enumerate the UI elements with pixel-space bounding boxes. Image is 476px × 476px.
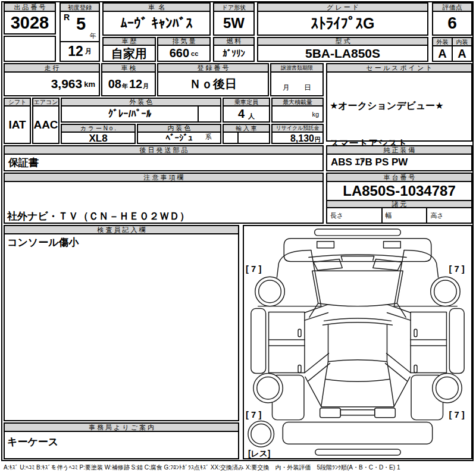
- color-no-cell: カ ラ ー N o . XL8: [61, 124, 136, 144]
- door-shape-value: 5W: [214, 12, 253, 35]
- side-panels-right: [386, 250, 465, 420]
- shift-label: シフト: [5, 99, 30, 107]
- max-load-label: 最大積載量: [273, 99, 322, 107]
- car-diagram-cell: [ 7 ] [ 7 ] [ 7 ] [ 7 ] [レス]: [243, 225, 472, 459]
- car-name-cell: 車 名 ﾑｰｳﾞ ｷｬﾝﾊﾞｽ: [102, 2, 211, 36]
- aircon-cell: エアコン AAC: [32, 98, 60, 144]
- front-bumper-shape: [315, 229, 400, 236]
- rear-window-shape: [325, 362, 390, 382]
- color-no-value: XL8: [62, 133, 134, 145]
- shaken-cell: 車 検 08 年 12 月: [101, 63, 156, 96]
- capacity-unit: 人: [248, 112, 255, 121]
- import-label: 輸 入 車: [224, 125, 269, 133]
- interior-color-cell: 内 装 色 ﾍﾞｰｼﾞｭ 系: [137, 124, 221, 144]
- capacity-label: 乗車定員: [224, 99, 269, 107]
- side-panels-left: [251, 250, 330, 420]
- transfer-deadline-label: 譲渡書類期限: [271, 64, 322, 73]
- genuine-equipment-value: ABS ｴｱB PS PW: [327, 155, 471, 170]
- mileage-unit: km: [84, 80, 95, 89]
- roof-front-edge: [323, 318, 393, 325]
- exterior-color-empty-cell: [198, 107, 220, 121]
- exterior-color-value: ｸﾞﾚｰ/ﾊﾟｰﾙ: [62, 107, 198, 121]
- import-cell: 輸 入 車: [223, 124, 270, 144]
- mileage-cell: 走 行 3,963 km: [4, 63, 100, 96]
- genuine-equipment-label: 純 正 装 備: [327, 146, 471, 155]
- car-name-label: 車 名: [104, 4, 209, 12]
- chassis-cell: 車 台 番 号 LA850S-1034787 諸 元 長さ 幅 高さ: [326, 173, 472, 224]
- fuel-value: ｶﾞｿﾘﾝ: [214, 46, 253, 61]
- registration-number-value: Ｎｏ後日: [158, 73, 268, 95]
- notes-label: 注 意 事 項 欄: [5, 174, 322, 182]
- first-reg-year-value: 5: [76, 14, 86, 34]
- car-history-cell: 車 歴 自家用: [102, 37, 156, 62]
- wheel-mark-rear-right: [ 7 ]: [449, 410, 464, 419]
- office-info-cell: 事 務 局 よ り ご 案 内 キーケース: [4, 422, 239, 459]
- wheel-mark-rear-left: [ 7 ]: [246, 410, 261, 419]
- registration-number-cell: 登 録 番 号 Ｎｏ後日: [157, 63, 269, 96]
- max-load-row: kg: [273, 107, 322, 121]
- height-cell: 高さ: [427, 208, 471, 223]
- first-registration-month-cell: 12 月: [61, 41, 99, 61]
- spare-tire-mark: [レス]: [248, 449, 271, 458]
- shaken-row: 08 年 12 月: [102, 73, 155, 95]
- first-registration-label: 初度登録: [61, 4, 99, 12]
- chassis-label: 車 台 番 号: [327, 174, 471, 182]
- office-info-label: 事 務 局 よ り ご 案 内: [5, 424, 238, 432]
- shaken-month-unit: 月: [143, 82, 149, 90]
- inspector-notes-value: コンソール傷小: [5, 234, 238, 420]
- fuel-cell: 燃 料 ｶﾞｿﾘﾝ: [213, 37, 255, 62]
- exterior-color-cell: 外 装 色 ｸﾞﾚｰ/ﾊﾟｰﾙ: [61, 98, 221, 123]
- exterior-color-label: 外 装 色: [62, 99, 220, 107]
- color-no-label: カ ラ ー N o .: [62, 125, 134, 133]
- exterior-value: A: [433, 46, 452, 61]
- score-label: 評価点: [433, 4, 471, 12]
- wiper-left: [314, 259, 342, 270]
- era-value: R: [64, 12, 70, 22]
- import-value: [239, 133, 269, 143]
- auction-sheet: { "colors": { "header_bg": "#d6d6d6", "l…: [0, 0, 476, 476]
- inspector-notes-cell: 検 査 員 記 入 欄 コンソール傷小: [4, 225, 239, 421]
- first-registration-cell: 初度登録 R 5 年 12 月: [60, 2, 100, 62]
- length-cell: 長さ: [327, 208, 383, 223]
- cowl-center-tab: [341, 256, 374, 261]
- exterior-label: 外装: [433, 38, 452, 46]
- recycle-deposit-row: 8,130 円: [273, 133, 322, 144]
- tail-light-left: [320, 408, 341, 418]
- registration-number-label: 登 録 番 号: [158, 64, 268, 73]
- dimensions-row: 長さ 幅 高さ: [327, 208, 471, 223]
- displacement-value: 660: [170, 46, 189, 60]
- shift-value: IAT: [5, 107, 30, 143]
- max-load-cell: 最大積載量 kg: [271, 98, 324, 123]
- car-history-label: 車 歴: [104, 38, 155, 46]
- notes-cell: 注 意 事 項 欄 社外ナビ・ＴＶ（ＣＮ－ＨＥ０２ＷＤ） パノラマモニター: [4, 173, 324, 224]
- sales-point-item: ★オークションデビュー★: [330, 99, 469, 112]
- wheel-mark-front-left: [ 7 ]: [246, 264, 261, 274]
- score-value: 6: [433, 12, 471, 35]
- recycle-deposit-label: リサイクル預託金: [273, 125, 322, 133]
- transfer-deadline-cell: 譲渡書類期限 月 日: [270, 63, 324, 96]
- later-parts-label: 後 日 発 送 部 品: [5, 146, 322, 155]
- tail-light-right: [375, 408, 396, 418]
- capacity-row: 4 人: [224, 107, 269, 121]
- interior-col: 内装 A: [453, 38, 471, 61]
- car-history-value: 自家用: [104, 46, 155, 62]
- interior-value: A: [453, 46, 471, 61]
- roof-sides: [328, 325, 387, 361]
- door-shape-label: ドア形状: [214, 4, 253, 12]
- license-garnish: [340, 410, 374, 415]
- mileage-value: 3,963: [51, 77, 83, 91]
- import-row: [224, 133, 269, 143]
- sales-points-label: セ ー ル ス ポ イ ン ト: [327, 64, 471, 73]
- auction-number-value: 3028: [5, 12, 55, 33]
- hood-vent-left: [317, 242, 334, 248]
- shaken-year-unit: 年: [122, 82, 128, 90]
- windshield-shape: [312, 271, 403, 306]
- capacity-cell: 乗車定員 4 人: [223, 98, 270, 123]
- inspector-notes-label: 検 査 員 記 入 欄: [5, 226, 238, 234]
- wheel-mark-front-right: [ 7 ]: [449, 264, 464, 274]
- auction-number-empty-cell: [4, 36, 56, 62]
- a-pillar-folds: [309, 303, 406, 318]
- rear-bumper-shape: [283, 422, 432, 444]
- interior-color-row: ﾍﾞｰｼﾞｭ 系: [138, 133, 220, 143]
- tailgate-shape: [321, 379, 394, 407]
